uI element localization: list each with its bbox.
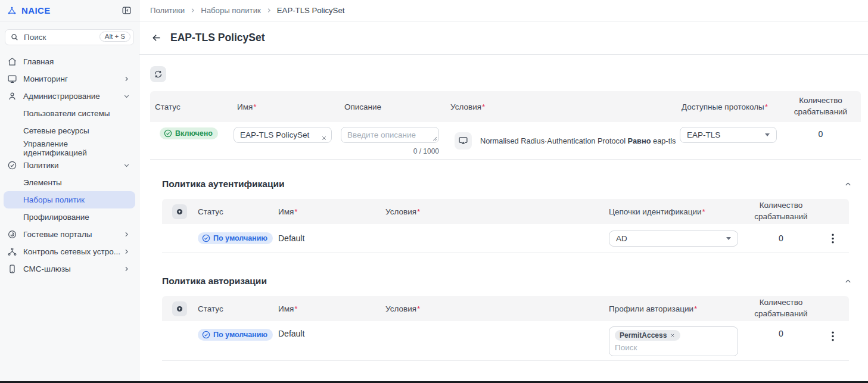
page-header: EAP-TLS PolicySet [139,21,868,55]
required-mark: * [482,102,485,111]
refresh-icon[interactable] [150,66,166,82]
required-mark: * [417,207,420,216]
status-cell: По умолчанию [191,321,271,341]
breadcrumb-policies[interactable]: Политики [150,6,185,15]
authorization-policy-table: Статус Имя* Условия* Профили авторизации… [162,296,849,361]
add-rule-icon[interactable] [172,301,187,316]
column-name: Имя* [271,199,378,224]
policy-set-name-input[interactable] [234,127,332,143]
collapse-sidebar-icon[interactable] [122,5,132,15]
sidebar-item-monitoring[interactable]: Мониторинг [4,70,135,88]
identity-chain-cell: AD [602,231,746,247]
sidebar-item-policy-sets[interactable]: Наборы политик [4,191,135,208]
app-logo: NAICE [7,5,51,15]
sidebar-item-label: Пользователи системы [23,109,110,118]
required-mark: * [253,102,256,111]
portal-rings-icon [7,229,17,239]
conditions-cell: Normalised Radius·Authentication Protoco… [446,122,677,159]
sidebar-nav: Главная Мониторинг Администрирование [0,53,139,278]
sidebar-item-label: Управление идентификацией [23,139,130,157]
column-authorization-profiles: Профили авторизации* [602,296,746,321]
sidebar-item-label: Контроль сетевых устро... [23,247,120,256]
sidebar-item-policies[interactable]: Политики [4,157,135,174]
sidebar-item-network-resources[interactable]: Сетевые ресурсы [4,122,135,139]
kebab-menu-icon[interactable] [828,329,838,344]
sidebar-item-network-device-control[interactable]: Контроль сетевых устро... [4,243,135,260]
sidebar-item-identity-management[interactable]: Управление идентификацией [4,139,135,157]
description-char-counter: 0 / 1000 [341,147,439,155]
column-hit-count: Количество срабатываний [746,296,816,321]
sidebar-item-elements[interactable]: Элементы [4,174,135,191]
add-rule-icon[interactable] [172,204,187,219]
caret-down-icon [765,133,770,136]
sidebar-item-guest-portals[interactable]: Гостевые порталы [4,226,135,243]
column-actions [816,296,849,321]
sidebar-item-home[interactable]: Главная [4,53,135,70]
column-identity-chains: Цепочки идентификации* [602,199,746,224]
sidebar-item-label: Элементы [23,178,62,187]
sidebar-item-system-users[interactable]: Пользователи системы [4,105,135,122]
authorization-profiles-multiselect[interactable]: PermitAccess Поиск [609,326,738,356]
protocols-select[interactable]: EAP-TLS [680,127,777,143]
network-nodes-icon [7,247,17,257]
chevron-down-icon [123,161,130,169]
protocols-cell: EAP-TLS [677,122,780,159]
description-textarea[interactable]: Введите описание [341,127,439,143]
add-rule-cell [162,296,191,321]
rule-name: Default [271,233,378,243]
column-hit-count: Количество срабатываний [746,199,816,224]
sidebar-item-profiling[interactable]: Профилирование [4,208,135,226]
remove-chip-icon[interactable] [670,332,676,338]
chevron-right-icon [266,7,272,14]
breadcrumb: Политики Наборы политик EAP-TLS PolicySe… [139,0,868,21]
sidebar-item-administration[interactable]: Администрирование [4,88,135,105]
condition-text: Normalised Radius·Authentication Protoco… [480,136,676,145]
back-arrow-icon[interactable] [151,32,162,43]
row-actions-cell [816,231,849,246]
sidebar-item-sms-gateways[interactable]: СМС-шлюзы [4,260,135,278]
column-conditions: Условия* [378,199,602,224]
hit-count-value: 0 [779,233,783,243]
section-title: Политика аутентификации [162,179,285,189]
sidebar-item-label: Главная [23,57,54,66]
smartphone-icon [7,264,17,274]
sidebar: NAICE Alt + S [0,0,139,383]
status-badge: По умолчанию [198,232,273,244]
check-circle-icon [202,234,210,242]
breadcrumb-policy-sets[interactable]: Наборы политик [201,6,261,15]
clear-input-icon[interactable] [321,135,328,142]
profiles-search-placeholder[interactable]: Поиск [615,343,732,352]
description-cell: Введите описание 0 / 1000 [340,122,446,159]
column-actions [816,199,849,224]
kebab-menu-icon[interactable] [828,231,838,246]
chevron-right-icon [189,7,196,14]
chevron-up-icon[interactable] [844,180,853,189]
resize-handle-icon[interactable] [432,136,437,141]
identity-chain-select[interactable]: AD [609,231,738,247]
authorization-policy-section: Политика авторизации Статус [150,276,861,361]
home-icon [7,57,17,67]
main-area: Политики Наборы политик EAP-TLS PolicySe… [139,0,868,383]
caret-down-icon [726,237,731,240]
chevron-right-icon [123,265,130,273]
hit-count-value: 0 [819,129,823,159]
chevron-up-icon[interactable] [844,277,853,286]
sidebar-item-label: Администрирование [23,92,100,101]
authentication-rule-row: По умолчанию Default AD 0 [162,224,849,253]
sidebar-item-label: Наборы политик [23,195,85,204]
required-mark: * [417,304,420,313]
check-circle-icon [7,160,17,170]
column-status: Статус [191,199,271,224]
check-circle-icon [202,331,210,339]
sidebar-search: Alt + S [5,29,134,45]
policy-set-table: Статус Имя* Описание Условия* Доступные … [150,91,861,160]
column-status: Статус [150,91,232,122]
hit-count-cell: 0 [746,321,816,338]
column-conditions: Условия* [378,296,602,321]
condition-display-icon[interactable] [455,132,472,150]
chevron-right-icon [123,231,130,238]
hit-count-cell: 0 [780,122,861,159]
row-actions-cell [816,321,849,344]
user-icon [7,91,17,101]
sidebar-item-label: СМС-шлюзы [23,264,71,273]
